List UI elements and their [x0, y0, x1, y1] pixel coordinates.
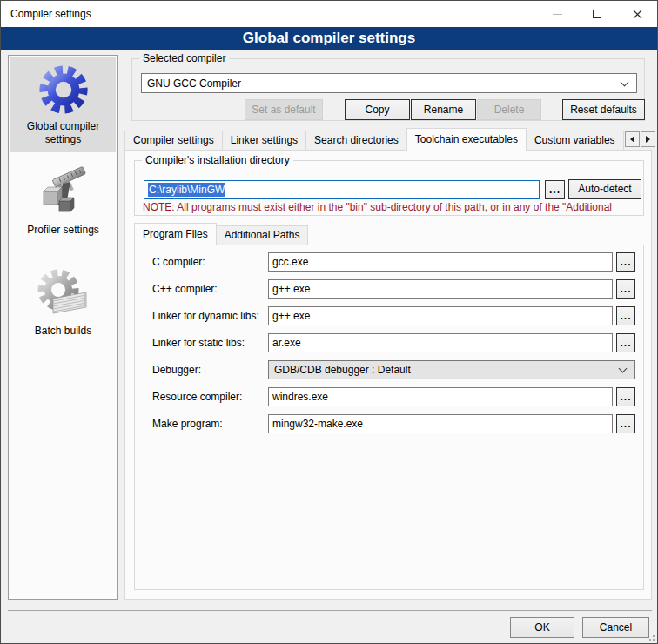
footer-divider	[8, 610, 652, 611]
maximize-button[interactable]	[577, 1, 617, 27]
blue-gear-icon	[37, 63, 91, 117]
copy-button[interactable]: Copy	[345, 99, 410, 120]
batch-builds-icon	[36, 265, 91, 321]
tab-toolchain-executables[interactable]: Toolchain executables	[406, 128, 527, 151]
browse-directory-button[interactable]: ...	[545, 180, 565, 199]
selected-compiler-group-label: Selected compiler	[139, 52, 229, 65]
static-linker-browse-button[interactable]: ...	[616, 333, 635, 352]
sidebar-item-profiler-settings[interactable]: Profiler settings	[10, 159, 116, 243]
debugger-select-value: GDB/CDB debugger : Default	[269, 364, 614, 376]
window-title: Compiler settings	[1, 8, 91, 20]
sidebar-item-label: Batch builds	[10, 325, 116, 338]
sidebar-item-label: settings	[10, 133, 116, 146]
right-arrow-icon	[646, 136, 650, 143]
tab-search-directories[interactable]: Search directories	[306, 131, 407, 151]
resource-compiler-label: Resource compiler:	[152, 387, 242, 406]
tab-compiler-settings[interactable]: Compiler settings	[124, 131, 223, 151]
cpp-compiler-browse-button[interactable]: ...	[616, 279, 635, 299]
static-linker-input[interactable]: ar.exe	[268, 333, 613, 352]
settings-category-list: Global compiler settings	[8, 55, 118, 600]
sidebar-item-label: Global compiler	[10, 120, 116, 133]
tab-custom-variables[interactable]: Custom variables	[526, 131, 624, 151]
debugger-label: Debugger:	[152, 360, 201, 379]
set-as-default-button[interactable]: Set as default	[245, 99, 323, 120]
tab-additional-paths[interactable]: Additional Paths	[216, 225, 309, 245]
sidebar-item-label: Profiler settings	[10, 224, 116, 237]
make-program-label: Make program:	[152, 414, 223, 433]
chevron-down-icon	[621, 77, 629, 86]
compiler-settings-tabstrip: Compiler settings Linker settings Search…	[124, 130, 624, 151]
cpp-compiler-input[interactable]: g++.exe	[268, 279, 613, 299]
tab-scroll-controls	[624, 131, 655, 147]
program-files-tabstrip: Program Files Additional Paths	[134, 225, 307, 245]
make-program-browse-button[interactable]: ...	[616, 414, 635, 433]
bin-subdirectory-note: NOTE: All programs must exist either in …	[143, 201, 646, 213]
compiler-select-value: GNU GCC Compiler	[142, 77, 616, 90]
tab-scroll-right-button[interactable]	[641, 131, 655, 147]
close-button[interactable]	[617, 1, 657, 27]
resource-compiler-browse-button[interactable]: ...	[616, 387, 635, 406]
dynamic-linker-browse-button[interactable]: ...	[616, 306, 635, 325]
resize-grip[interactable]	[647, 633, 655, 641]
program-files-page: C compiler: gcc.exe ... C++ compiler: g+…	[134, 245, 644, 590]
installation-directory-group-label: Compiler's installation directory	[142, 154, 293, 167]
cpp-compiler-label: C++ compiler:	[152, 279, 218, 299]
auto-detect-button[interactable]: Auto-detect	[568, 179, 641, 199]
tab-linker-settings[interactable]: Linker settings	[222, 131, 306, 151]
make-program-input[interactable]: mingw32-make.exe	[268, 414, 613, 433]
titlebar[interactable]: Compiler settings	[1, 1, 657, 27]
close-icon	[633, 10, 642, 19]
dynamic-linker-input[interactable]: g++.exe	[268, 306, 613, 325]
caliper-icon	[36, 164, 91, 220]
left-arrow-icon	[630, 136, 634, 143]
installation-directory-input[interactable]: C:\raylib\MinGW	[144, 180, 540, 199]
chevron-down-icon	[619, 365, 628, 373]
delete-button[interactable]: Delete	[477, 99, 541, 120]
toolchain-executables-panel: Compiler's installation directory C:\ray…	[124, 150, 652, 600]
maximize-icon	[593, 10, 601, 18]
debugger-select[interactable]: GDB/CDB debugger : Default	[268, 360, 635, 379]
c-compiler-browse-button[interactable]: ...	[616, 252, 635, 272]
installation-directory-value: C:\raylib\MinGW	[148, 183, 225, 197]
static-linker-label: Linker for static libs:	[152, 333, 245, 352]
caption-buttons	[537, 1, 657, 27]
dialog-banner: Global compiler settings	[1, 27, 657, 50]
reset-defaults-button[interactable]: Reset defaults	[562, 99, 645, 120]
ok-button[interactable]: OK	[510, 617, 574, 638]
banner-title: Global compiler settings	[243, 30, 415, 47]
dynamic-linker-label: Linker for dynamic libs:	[152, 306, 259, 325]
resource-compiler-input[interactable]: windres.exe	[268, 387, 613, 406]
sidebar-item-batch-builds[interactable]: Batch builds	[10, 260, 116, 344]
sidebar-item-global-compiler-settings[interactable]: Global compiler settings	[10, 57, 116, 152]
minimize-icon	[553, 14, 562, 15]
cancel-button[interactable]: Cancel	[582, 617, 649, 638]
tab-program-files[interactable]: Program Files	[134, 223, 217, 245]
c-compiler-input[interactable]: gcc.exe	[268, 252, 613, 272]
rename-button[interactable]: Rename	[411, 99, 476, 120]
compiler-settings-dialog: Compiler settings Global compiler settin…	[0, 0, 658, 644]
minimize-button[interactable]	[537, 1, 577, 27]
tab-scroll-left-button[interactable]	[625, 131, 640, 147]
compiler-select[interactable]: GNU GCC Compiler	[141, 73, 637, 93]
c-compiler-label: C compiler:	[152, 252, 205, 272]
